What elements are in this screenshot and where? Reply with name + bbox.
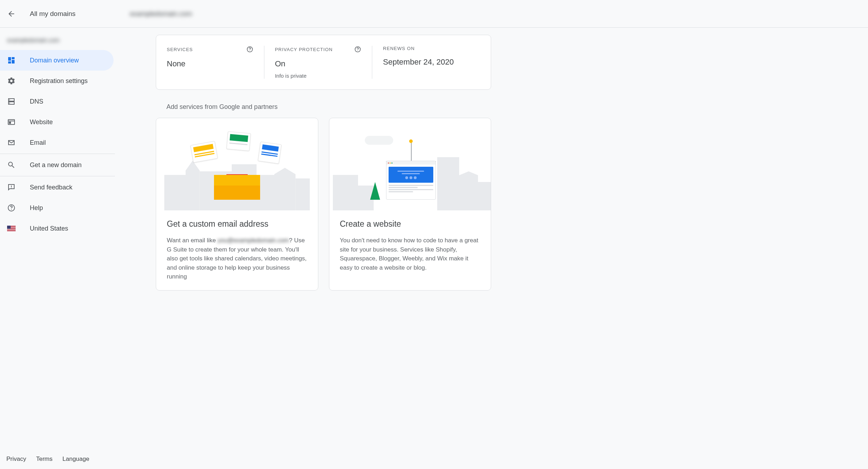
search-icon [7, 161, 16, 169]
sidebar-domain-blurred: exampledomain.com [7, 37, 60, 43]
card-title: Get a custom email address [167, 219, 307, 229]
nav-send-feedback[interactable]: Send feedback [0, 177, 114, 198]
arrow-left-icon [7, 10, 16, 18]
svg-point-10 [249, 50, 250, 51]
svg-point-1 [9, 103, 10, 103]
svg-point-0 [9, 99, 10, 100]
info-value: On [275, 59, 362, 68]
topbar-title: All my domains [30, 10, 76, 18]
nav-country[interactable]: United States [0, 218, 114, 239]
info-label: PRIVACY PROTECTION [275, 47, 333, 52]
nav-label: DNS [30, 98, 43, 105]
email-icon [7, 138, 16, 147]
email-service-card[interactable]: Get a custom email address Want an email… [156, 118, 318, 291]
nav-label: Domain overview [30, 57, 79, 64]
nav-label: United States [30, 225, 68, 232]
website-illustration [329, 118, 491, 210]
svg-point-12 [358, 50, 358, 51]
dashboard-icon [7, 56, 16, 65]
card-text: You don't need to know how to code to ha… [340, 236, 480, 272]
website-icon [7, 118, 16, 126]
nav-registration-settings[interactable]: Registration settings [0, 71, 114, 91]
nav-label: Help [30, 204, 43, 212]
info-value: None [167, 59, 253, 68]
nav-get-new-domain[interactable]: Get a new domain [0, 155, 114, 175]
nav-label: Website [30, 118, 53, 126]
feedback-icon [7, 183, 16, 192]
info-value: September 24, 2020 [383, 57, 469, 67]
info-label: SERVICES [167, 47, 193, 52]
nav-dns[interactable]: DNS [0, 91, 114, 112]
email-illustration [156, 118, 318, 210]
info-label: RENEWS ON [383, 46, 414, 51]
nav-label: Email [30, 139, 46, 147]
website-service-card[interactable]: Create a website You don't need to know … [329, 118, 491, 291]
card-text: Want an email like you@exampledomain.com… [167, 236, 307, 281]
nav-email[interactable]: Email [0, 132, 114, 153]
info-privacy: PRIVACY PROTECTION On Info is private [264, 46, 373, 79]
domain-info-card: SERVICES None PRIVACY PROTECTION On Info… [156, 35, 491, 90]
info-renews: RENEWS ON September 24, 2020 [372, 46, 480, 79]
nav-domain-overview[interactable]: Domain overview [0, 50, 114, 71]
help-icon[interactable] [354, 46, 361, 53]
nav-label: Get a new domain [30, 161, 82, 169]
us-flag-icon [7, 224, 16, 233]
help-icon [7, 204, 16, 212]
nav-website[interactable]: Website [0, 112, 114, 132]
info-sub: Info is private [275, 73, 362, 79]
nav-label: Registration settings [30, 77, 88, 85]
svg-point-8 [11, 209, 12, 210]
services-heading: Add services from Google and partners [166, 103, 491, 111]
info-services: SERVICES None [167, 46, 264, 79]
dns-icon [7, 97, 16, 106]
domain-name-blurred: exampledomain.com [130, 10, 192, 18]
nav-help[interactable]: Help [0, 198, 114, 218]
svg-rect-4 [9, 122, 11, 124]
help-icon[interactable] [246, 46, 253, 53]
gear-icon [7, 77, 16, 85]
nav-label: Send feedback [30, 184, 72, 191]
svg-point-6 [11, 188, 12, 188]
card-title: Create a website [340, 219, 480, 229]
back-button[interactable] [7, 10, 16, 18]
